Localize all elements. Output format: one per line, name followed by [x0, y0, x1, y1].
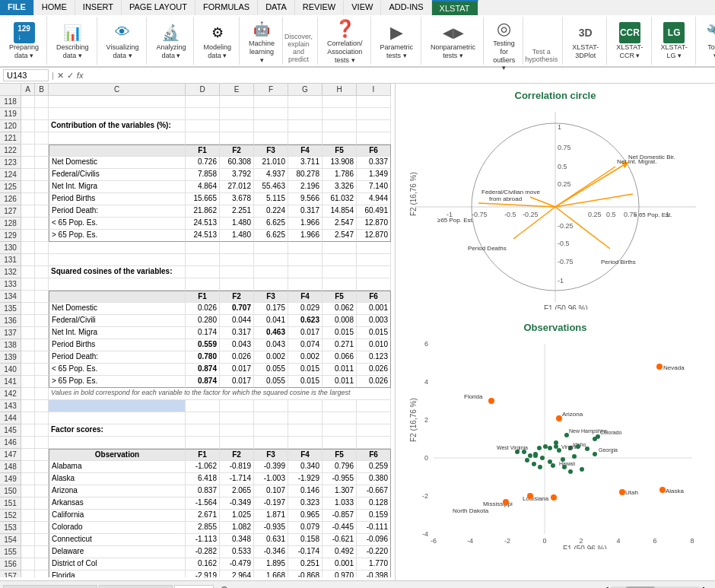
- svg-text:0: 0: [424, 454, 428, 462]
- btn-nonparametric[interactable]: ◀▶ Nonparametrictests ▾: [427, 21, 478, 62]
- svg-point-93: [561, 457, 565, 462]
- tab-data-rates[interactable]: Data (rates x 1000): [3, 585, 97, 589]
- table-row: 145 Factor scores:: [0, 424, 395, 437]
- tab-home[interactable]: HOME: [34, 0, 75, 15]
- cell-reference[interactable]: U143: [3, 69, 49, 81]
- contribution-header[interactable]: Contribution of the variables (%):: [49, 120, 186, 132]
- table-row: 132 Squared cosines of the variables:: [0, 266, 395, 278]
- svg-text:≥65 Pop. Est.: ≥65 Pop. Est.: [437, 217, 474, 224]
- svg-text:Federal/Civilian move: Federal/Civilian move: [481, 189, 540, 195]
- svg-text:Net Int. Migrat.: Net Int. Migrat.: [617, 158, 656, 165]
- tab-xlstat[interactable]: XLSTAT: [432, 0, 478, 15]
- svg-text:-0.25: -0.25: [523, 211, 539, 218]
- svg-text:-0.75: -0.75: [558, 258, 574, 265]
- row-num: 156: [0, 558, 21, 571]
- charts-panel: Correlation circle -0.75 -0.5 -0.25 0.25…: [396, 84, 715, 580]
- tab-file[interactable]: FILE: [0, 0, 34, 15]
- tab-review[interactable]: REVIEW: [295, 0, 344, 15]
- btn-machine-learning[interactable]: 🤖 Machinelearning ▾: [246, 17, 278, 65]
- svg-point-89: [537, 446, 542, 450]
- spreadsheet[interactable]: A B C D E F G H I 118: [0, 84, 396, 580]
- btn-preparing-data[interactable]: 129↓ Preparingdata ▾: [6, 21, 42, 62]
- tab-formulas[interactable]: FORMULAS: [195, 0, 258, 15]
- row-num: 122: [0, 145, 21, 157]
- table-row: 124 Federal/Civilis 7.858 3.792 4.937 80…: [0, 169, 395, 181]
- svg-point-74: [593, 437, 597, 441]
- table-row: 137 Net Int. Migra 0.174 0.317 0.463 0.0…: [0, 327, 395, 339]
- group-modeling: ⚙ Modelingdata ▾: [195, 17, 240, 65]
- table-row: 155 Delaware -0.282 0.533 -0.346 -0.174 …: [0, 546, 395, 558]
- table-row: 119: [0, 108, 395, 120]
- svg-text:Utah: Utah: [625, 489, 638, 496]
- scroll-left-btn[interactable]: ◀: [602, 585, 609, 588]
- table-row: 154 Connecticut -1.113 0.348 0.631 0.158…: [0, 534, 395, 546]
- btn-ccr[interactable]: CCR XLSTAT-CCR ▾: [613, 21, 646, 62]
- table-row: 149 Alaska 6.418 -1.714 -1.003 -1.929 -0…: [0, 473, 395, 485]
- svg-text:0.75: 0.75: [558, 144, 571, 151]
- tab-initial-dataset[interactable]: Initial Dataset: [99, 585, 173, 589]
- svg-text:1: 1: [558, 123, 561, 131]
- btn-parametric[interactable]: ▶ Parametrictests ▾: [377, 21, 417, 62]
- table-row: 135 Net Domestic 0.026 0.707 0.175 0.029…: [0, 303, 395, 315]
- svg-text:Colorado: Colorado: [600, 430, 622, 435]
- btn-modeling-data[interactable]: ⚙ Modelingdata ▾: [200, 21, 234, 62]
- svg-point-101: [554, 440, 558, 445]
- tab-add-ins[interactable]: ADD-INS: [381, 0, 431, 15]
- add-sheet-button[interactable]: ⊕: [215, 581, 234, 589]
- tab-insert[interactable]: INSERT: [75, 0, 122, 15]
- svg-point-97: [576, 444, 580, 449]
- svg-text:Georgia: Georgia: [599, 447, 618, 453]
- btn-describing-data[interactable]: 📊 Describingdata ▾: [53, 21, 92, 62]
- btn-testing-outliers[interactable]: ◎ Testing foroutliers ▾: [490, 17, 518, 74]
- svg-text:4: 4: [616, 537, 620, 545]
- table-row: 131: [0, 254, 395, 266]
- table-row: 142 Values in bold correspond for each v…: [0, 388, 395, 400]
- tab-pca[interactable]: PCA: [174, 585, 214, 589]
- svg-text:Arizona: Arizona: [562, 411, 583, 418]
- svg-text:-0.5: -0.5: [504, 211, 516, 218]
- table-row: 134 F1 F2 F3 F4 F5 F6: [0, 291, 395, 303]
- table-row: 147 Observation F1 F2 F3 F4 F5 F6: [0, 449, 395, 461]
- svg-point-100: [543, 444, 548, 449]
- svg-text:-2: -2: [504, 537, 510, 545]
- table-row: 151 Arkansas -1.564 -0.349 -0.197 0.323 …: [0, 497, 395, 510]
- svg-line-28: [478, 203, 555, 207]
- btn-3dplot[interactable]: 3D XLSTAT-3DPlot: [569, 21, 602, 62]
- col-header-a: A: [21, 84, 35, 96]
- group-ccr: CCR XLSTAT-CCR ▾: [609, 17, 651, 65]
- col-header-row: A B C D E F G H I: [0, 84, 395, 96]
- group-3dplot: 3D XLSTAT-3DPlot: [564, 17, 607, 65]
- ribbon-tabs: FILE HOME INSERT PAGE LAYOUT FORMULAS DA…: [0, 0, 715, 15]
- svg-point-68: [503, 499, 509, 505]
- svg-text:0.25: 0.25: [558, 180, 571, 188]
- btn-visualizing-data[interactable]: 👁 Visualizingdata ▾: [103, 21, 142, 62]
- tab-view[interactable]: VIEW: [344, 0, 381, 15]
- svg-point-94: [540, 456, 545, 460]
- col-header-i: I: [357, 84, 391, 96]
- formula-input[interactable]: [86, 71, 712, 80]
- svg-point-66: [527, 493, 533, 499]
- row-num: 120: [0, 120, 21, 132]
- row-num: 149: [0, 473, 21, 485]
- btn-lg[interactable]: LG XLSTAT-LG ▾: [658, 21, 691, 62]
- corner-cell: [0, 84, 21, 96]
- table-row: 130: [0, 242, 395, 254]
- btn-correlation[interactable]: ❓ Correlation/Association tests ▾: [324, 17, 366, 65]
- svg-point-96: [585, 447, 589, 451]
- svg-text:Florida: Florida: [464, 393, 483, 400]
- table-row: 152 California 2.671 1.025 1.871 0.965 -…: [0, 510, 395, 522]
- btn-tools[interactable]: 🔧 Tools▾: [702, 21, 715, 62]
- tab-page-layout[interactable]: PAGE LAYOUT: [122, 0, 195, 15]
- table-row: 118: [0, 96, 395, 108]
- scroll-right-btn[interactable]: ▶: [703, 585, 709, 588]
- group-tools: 🔧 Tools▾: [698, 17, 715, 65]
- table-row: 128 < 65 Pop. Es. 24.513 1.480 6.625 1.9…: [0, 218, 395, 230]
- tab-data[interactable]: DATA: [258, 0, 295, 15]
- correlation-chart-title: Correlation circle: [402, 90, 709, 101]
- group-lg: LG XLSTAT-LG ▾: [653, 17, 696, 65]
- svg-text:F2 (16,76 %): F2 (16,76 %): [409, 172, 418, 216]
- btn-analyzing-data[interactable]: 🔬 Analyzingdata ▾: [153, 21, 189, 62]
- row-num: 152: [0, 510, 21, 522]
- row-num: 153: [0, 522, 21, 534]
- table-row: 150 Arizona 0.837 2.065 0.107 0.146 1.30…: [0, 485, 395, 497]
